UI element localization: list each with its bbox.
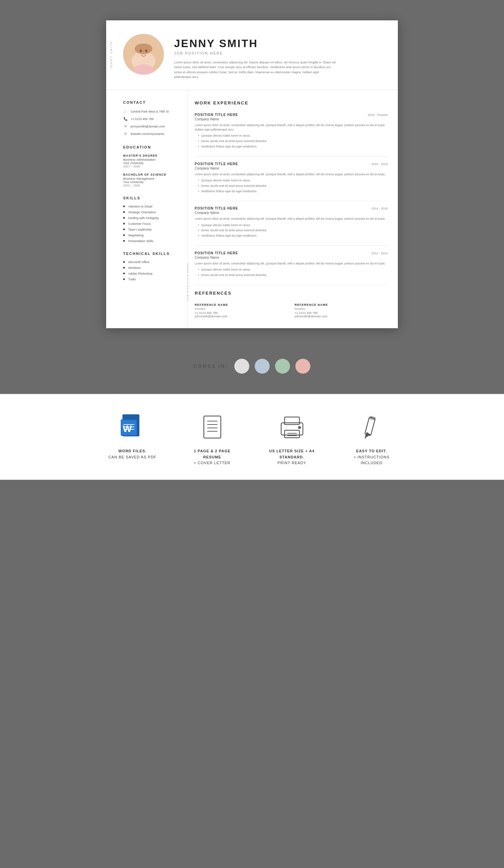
candidate-bio: Lorem ipsum dolor sit amet, consectetur …: [174, 60, 337, 80]
job-bullet: Donec iaculis erat sit amet purus euismo…: [198, 140, 388, 143]
job-title: POSITION TITLE HERE: [195, 162, 238, 166]
bullet-icon: [123, 211, 125, 213]
job-header: POSITION TITLE HERE 2012 - 2014: [195, 251, 388, 255]
job-dates: 2014 - 2016: [371, 207, 388, 210]
job-dates: 2012 - 2014: [371, 251, 388, 255]
ref-position: Position: [195, 307, 288, 311]
svg-point-4: [140, 50, 142, 52]
job-bullets-list: Quisque ultrices mattis lorem et varius.…: [195, 134, 388, 149]
ref-name: REFERENCE NAME: [295, 303, 388, 307]
features-section: W WORD FILES.CAN BE SAVED AS PDF 1 PAGE …: [0, 394, 504, 480]
references-title: REFERENCES: [195, 291, 388, 298]
job-header: POSITION TITLE HERE 2016 - 2018: [195, 162, 388, 166]
job-divider: [195, 156, 388, 157]
work-exp-title: WORK EXPERIENCE: [195, 100, 388, 107]
job-bullet: Donec iaculis erat sit amet purus euismo…: [198, 273, 388, 277]
job-bullet: Quisque ultrices mattis lorem et varius.: [198, 268, 388, 272]
svg-point-5: [145, 50, 147, 52]
svg-point-24: [298, 426, 301, 429]
job-bullet: Quisque ultrices mattis lorem et varius.: [198, 134, 388, 138]
job-bullet: Vestibulum finibus eget dui eget vestibu…: [198, 145, 388, 149]
edu-years-1: 2007 – 2009: [123, 165, 181, 168]
tech-skill-item: Microsoft Office: [123, 260, 181, 264]
edu-degree-1: MASTER'S DEGREE: [123, 154, 181, 157]
bullet-icon: [123, 234, 125, 236]
sidebar-name-label: JENNY SMITH: [106, 38, 116, 72]
contact-linkedin: in linkedin.com/in/youname: [123, 132, 181, 136]
ref-phone: +1 0123 456 789: [195, 311, 288, 315]
pages-icon: [199, 414, 226, 442]
skill-item: Dealing with Ambiguity: [123, 216, 181, 220]
job-desc: Lorem ipsum dolor sit amet, consectetur …: [195, 217, 388, 221]
svg-rect-29: [369, 416, 376, 421]
tech-skills-list: Microsoft OfficeWindowsAdobe PhotoshopTr…: [123, 260, 181, 281]
profile-photo: [123, 34, 164, 75]
job-dates: 2016 - 2018: [371, 163, 388, 166]
svg-rect-16: [204, 416, 221, 438]
features-grid: W WORD FILES.CAN BE SAVED AS PDF 1 PAGE …: [106, 414, 398, 466]
job-divider: [195, 201, 388, 201]
skills-section-title: SKILLS: [123, 196, 181, 200]
skill-item: Customer Focus: [123, 222, 181, 226]
job-company: Company Name: [195, 211, 388, 215]
edu-field-2: Business Management: [123, 177, 181, 180]
email-icon: ✉: [123, 124, 128, 129]
job-bullet: Vestibulum finibus eget dui eget vestibu…: [198, 234, 388, 238]
resume-main: WORK EXPERIENCE POSITION TITLE HERE 2018…: [187, 90, 398, 329]
references-grid: REFERENCE NAME Position +1 0123 456 789 …: [195, 303, 388, 318]
education-section-title: EDUCATION: [123, 145, 181, 149]
jobs-list: POSITION TITLE HERE 2018 - Present Compa…: [195, 113, 388, 278]
color-swatch: [275, 359, 290, 374]
skill-item: Attention to Detail: [123, 205, 181, 208]
ref-position: Position: [295, 307, 388, 311]
contact-section-title: CONTACT: [123, 100, 181, 104]
resume-card: JENNY SMITH JENNY SMITH JOB POSITION HER…: [106, 20, 398, 328]
bullet-icon: [123, 261, 125, 263]
print-icon: [278, 414, 306, 442]
job-bullet: Quisque ultrices mattis lorem et varius.: [198, 224, 388, 228]
job-bullet: Vestibulum finibus eget dui eget vestibu…: [198, 189, 388, 194]
edit-icon: [358, 414, 385, 442]
feature-label: WORD FILES.CAN BE SAVED AS PDF: [109, 448, 157, 460]
job-company: Company Name: [195, 256, 388, 259]
job-entry: POSITION TITLE HERE 2016 - 2018 Company …: [195, 162, 388, 194]
svg-point-6: [139, 52, 142, 54]
job-dates: 2018 - Present: [368, 113, 388, 117]
job-title: POSITION TITLE HERE: [195, 251, 238, 255]
edu-degree-2: BACHELOR OF SCIENCE: [123, 173, 181, 176]
contact-phone: 📞 +1 0123 456 789: [123, 117, 181, 121]
bullet-icon: [123, 272, 125, 274]
bullet-icon: [123, 228, 125, 230]
color-swatch: [296, 359, 310, 374]
resume-sidebar: CONTACT ⌂ Central Park West & 79th St 📞 …: [106, 90, 187, 329]
job-desc: Lorem ipsum dolor sit amet, consectetur …: [195, 261, 388, 266]
job-desc: Lorem ipsum dolor sit amet, consectetur …: [195, 172, 388, 177]
job-bullet: Donec iaculis erat sit amet purus euismo…: [198, 228, 388, 232]
reference-item: REFERENCE NAME Position +1 0123 456 789 …: [295, 303, 388, 318]
candidate-name: JENNY SMITH: [174, 37, 384, 50]
skill-item: Strategic Orientation: [123, 210, 181, 214]
skill-item: Presentation Skills: [123, 239, 181, 243]
comes-in-label: COMES IN:: [194, 363, 228, 369]
feature-label: EASY TO EDIT.+ INSTRUCTIONS INCLUDED: [345, 448, 398, 466]
bullet-icon: [123, 206, 125, 207]
job-desc: Lorem ipsum dolor sit amet, consectetur …: [195, 123, 388, 132]
contact-list: ⌂ Central Park West & 79th St 📞 +1 0123 …: [123, 109, 181, 136]
ref-phone: +1 0123 456 789: [295, 311, 388, 315]
word-icon: W: [119, 414, 146, 442]
job-title: POSITION TITLE HERE: [195, 113, 238, 117]
bullet-icon: [123, 223, 125, 225]
contact-email: ✉ jennysmith@domain.com: [123, 124, 181, 129]
tech-skill-item: Trello: [123, 278, 181, 281]
job-bullets-list: Quisque ultrices mattis lorem et varius.…: [195, 224, 388, 238]
reference-item: REFERENCE NAME Position +1 0123 456 789 …: [195, 303, 288, 318]
feature-label: 1 PAGE & 2 PAGE RESUME+ COVER LETTER: [186, 448, 238, 466]
contact-address: ⌂ Central Park West & 79th St: [123, 109, 181, 114]
job-header: POSITION TITLE HERE 2018 - Present: [195, 113, 388, 117]
svg-rect-23: [285, 430, 299, 438]
skill-item: Team Leadership: [123, 228, 181, 231]
skills-list: Attention to DetailStrategic Orientation…: [123, 205, 181, 243]
feature-pages: 1 PAGE & 2 PAGE RESUME+ COVER LETTER: [186, 414, 238, 466]
ref-name: REFERENCE NAME: [195, 303, 288, 307]
phone-icon: 📞: [123, 117, 128, 121]
